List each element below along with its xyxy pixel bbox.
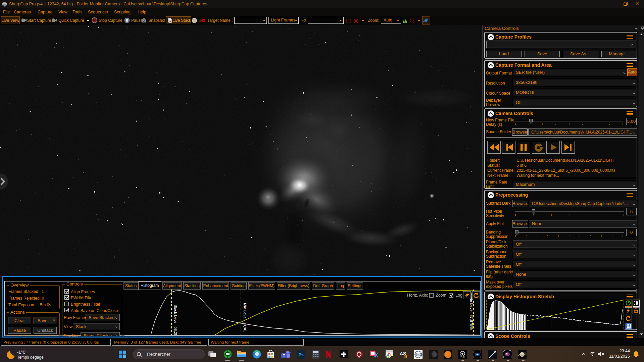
svg-text:T: T <box>283 354 285 358</box>
svg-text:Ps: Ps <box>299 353 304 357</box>
svg-text:Mid Level 00,96‚: Mid Level 00,96‚ <box>243 303 247 332</box>
svg-text:SharpCap: SharpCap <box>414 354 423 356</box>
svg-text:PHD: PHD <box>460 356 465 358</box>
svg-text:Black Level 06,25: Black Level 06,25 <box>174 305 178 335</box>
svg-text:4!: 4! <box>403 354 407 359</box>
svg-text:a: a <box>169 19 171 23</box>
